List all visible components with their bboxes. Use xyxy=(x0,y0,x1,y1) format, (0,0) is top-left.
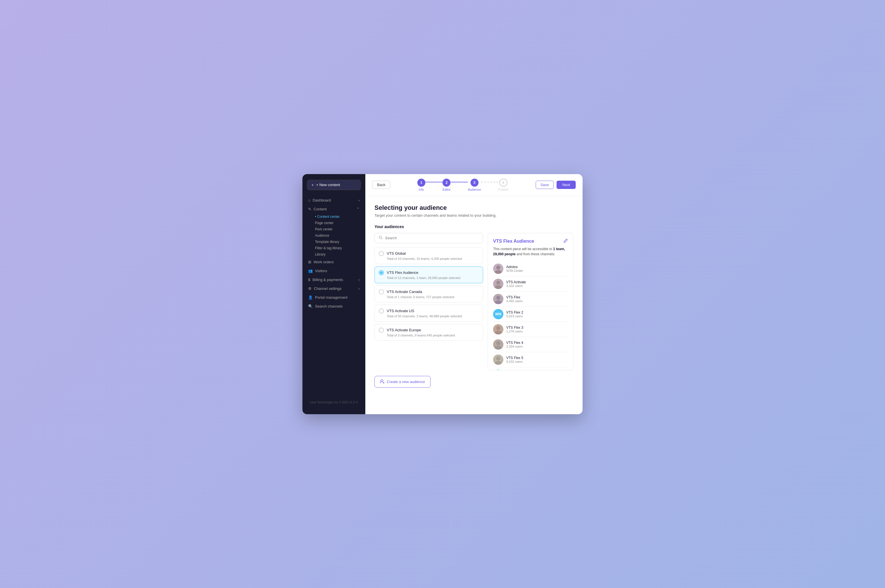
svg-point-8 xyxy=(495,331,502,334)
svg-point-1 xyxy=(496,266,500,270)
svg-point-9 xyxy=(496,341,500,345)
step-2-circle: 2 xyxy=(442,178,450,187)
sidebar-item-visitors[interactable]: 👥 Visitors xyxy=(302,266,365,275)
svg-point-7 xyxy=(496,326,500,330)
radio-vts-flex xyxy=(379,270,384,275)
page-subtitle: Target your content to certain channels … xyxy=(375,213,573,218)
step-3-circle: 3 xyxy=(471,178,478,187)
create-audience-button[interactable]: Create a new audience xyxy=(375,376,430,388)
app-container: ＋ + New content ⌂ Dashboard › ✎ Content … xyxy=(302,174,583,414)
step-1-circle: 1 xyxy=(417,178,425,187)
sidebar-footer: Lane Technologies Inc.© 2022 vX.X.X xyxy=(302,396,365,408)
channel-item-admins: Admins SITA Center xyxy=(493,261,568,276)
step-1-label: Info xyxy=(419,188,424,191)
channel-item-vts-flex: VTS Flex 3,492 users xyxy=(493,292,568,307)
avatar-vts-flex6: WM xyxy=(493,370,503,370)
step-publish: 4 Publish xyxy=(498,178,508,191)
channel-item-vts-activate: VTS Activate 3,102 users xyxy=(493,276,568,292)
create-audience-label: Create a new audience xyxy=(387,380,425,384)
svg-point-4 xyxy=(495,285,502,289)
detail-title: VTS Flex Audience xyxy=(493,238,568,244)
edit-detail-icon[interactable] xyxy=(563,238,568,244)
search-box[interactable] xyxy=(375,233,483,243)
channel-item-vts-flex4: VTS Flex 4 2,334 users xyxy=(493,337,568,352)
svg-point-12 xyxy=(495,361,502,365)
audience-item-vts-activate-us[interactable]: VTS Activate US Total of 50 channels, 2 … xyxy=(375,305,483,322)
step-3-label: Audience xyxy=(468,188,481,191)
svg-point-6 xyxy=(495,300,502,304)
header-actions: Save Next xyxy=(536,181,576,189)
add-user-icon xyxy=(380,379,384,384)
svg-point-11 xyxy=(496,357,500,360)
sidebar-item-perk-center[interactable]: Perk center xyxy=(302,226,365,232)
step-2-label: Editor xyxy=(442,188,451,191)
step-4-circle: 4 xyxy=(500,178,507,187)
channel-item-vts-flex3: VTS Flex 3 1,276 users xyxy=(493,322,568,337)
svg-point-5 xyxy=(496,296,500,300)
page-title: Selecting your audience xyxy=(375,204,573,212)
home-icon: ⌂ xyxy=(308,198,310,202)
users-icon: 👥 xyxy=(308,269,313,273)
step-editor: 2 Editor xyxy=(442,178,451,191)
sidebar-item-template-library[interactable]: Template library xyxy=(302,238,365,245)
chevron-down-icon-channel: › xyxy=(358,286,360,291)
sidebar: ＋ + New content ⌂ Dashboard › ✎ Content … xyxy=(302,174,365,414)
sidebar-item-billing[interactable]: $ Billing & payments › xyxy=(302,275,365,284)
sidebar-item-channel-settings[interactable]: ⚙ Channel settings › xyxy=(302,284,365,293)
step-4-label: Publish xyxy=(498,188,508,191)
sidebar-item-content[interactable]: ✎ Content ⌃ xyxy=(302,205,365,213)
dollar-icon: $ xyxy=(308,278,310,282)
radio-vts-global xyxy=(379,251,384,256)
chevron-up-icon: ⌃ xyxy=(357,207,360,211)
edit-icon: ✎ xyxy=(308,207,311,211)
header: Back 1 Info 2 Editor 3 Audience xyxy=(365,174,583,196)
search-input[interactable] xyxy=(385,236,479,240)
channel-item-vts-flex2: WM VTS Flex 2 5,023 users xyxy=(493,307,568,322)
grid-icon: ⊞ xyxy=(308,260,311,264)
svg-point-2 xyxy=(495,270,502,274)
sidebar-item-portal[interactable]: 👤 Portal management xyxy=(302,293,365,302)
search-icon xyxy=(379,236,383,241)
audience-detail-panel: VTS Flex Audience This content piece wil… xyxy=(488,233,573,370)
step-line-3 xyxy=(481,182,498,182)
next-button[interactable]: Next xyxy=(556,181,576,189)
sidebar-item-page-center[interactable]: Page center xyxy=(302,220,365,226)
sidebar-item-audience[interactable]: Audience xyxy=(302,232,365,238)
save-button[interactable]: Save xyxy=(536,181,554,189)
sidebar-item-library[interactable]: Library xyxy=(302,251,365,258)
gear-icon: ⚙ xyxy=(308,286,312,291)
detail-description: This content piece will be accessible to… xyxy=(493,246,568,257)
sidebar-item-dashboard[interactable]: ⌂ Dashboard › xyxy=(302,196,365,205)
person-icon: 👤 xyxy=(308,295,313,300)
audiences-list-panel: VTS Global Total of 10 channels, 10 team… xyxy=(375,233,483,370)
avatar-vts-flex2: WM xyxy=(493,309,503,319)
avatar-vts-flex xyxy=(493,294,503,304)
audience-item-vts-flex[interactable]: VTS Flex Audience Total of 12 channels, … xyxy=(375,266,483,283)
audience-item-vts-activate-europe[interactable]: VTS Activate Europe Total of 3 channels,… xyxy=(375,324,483,341)
sidebar-item-filter-tag[interactable]: Filter & tag library xyxy=(302,245,365,251)
radio-vts-activate-europe xyxy=(379,328,384,333)
avatar-vts-activate xyxy=(493,279,503,289)
chevron-down-icon-billing: › xyxy=(358,278,360,282)
svg-point-3 xyxy=(496,281,500,285)
new-content-button[interactable]: ＋ + New content xyxy=(307,180,361,190)
avatar-admins xyxy=(493,264,503,274)
back-button[interactable]: Back xyxy=(372,181,390,189)
step-audience: 3 Audience xyxy=(468,178,481,191)
plus-icon: ＋ xyxy=(311,182,315,188)
radio-vts-activate-us xyxy=(379,308,384,314)
audience-item-vts-activate-canada[interactable]: VTS Activate Canada Total of 1 channel, … xyxy=(375,286,483,302)
channel-item-vts-flex5: VTS Flex 5 9,102 users xyxy=(493,352,568,368)
avatar-vts-flex4 xyxy=(493,339,503,350)
audiences-layout: VTS Global Total of 10 channels, 10 team… xyxy=(375,233,573,370)
step-line-2 xyxy=(451,182,468,182)
sidebar-item-search-channels[interactable]: 🔍 Search channels xyxy=(302,302,365,311)
channel-item-vts-flex6: WM VTS Flex 6 2,0335 users xyxy=(493,368,568,370)
sidebar-item-work-orders[interactable]: ⊞ Work orders xyxy=(302,258,365,266)
section-label: Your audiences xyxy=(375,224,573,229)
audience-item-vts-global[interactable]: VTS Global Total of 10 channels, 10 team… xyxy=(375,247,483,264)
chevron-down-icon: › xyxy=(358,198,360,202)
step-info: 1 Info xyxy=(417,178,425,191)
content-body: Selecting your audience Target your cont… xyxy=(365,196,583,414)
sidebar-item-content-center[interactable]: Content center xyxy=(302,213,365,220)
